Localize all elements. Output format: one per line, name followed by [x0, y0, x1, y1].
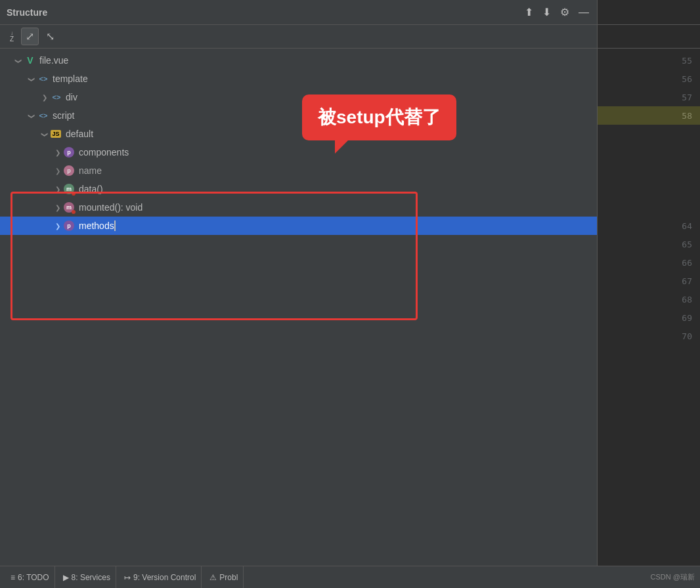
tree-item-template[interactable]: <> template — [0, 70, 597, 88]
tag-script-icon: <> — [37, 112, 50, 119]
panel-header: Structure ⬆ ⬇ ⚙ — — [0, 0, 597, 25]
settings-icon[interactable]: ⚙ — [559, 5, 571, 20]
tree-item-data[interactable]: m data() — [0, 180, 597, 198]
sort-alpha-button[interactable]: ↓Z — [5, 28, 18, 45]
chevron-file-vue — [13, 57, 24, 64]
watermark: CSDN @瑞新 — [651, 572, 695, 582]
line-numbers-content: 55 56 57 58 64 65 66 67 68 69 70 — [598, 49, 700, 566]
tree-content: 被setup代替了 V file.vue <> template — [0, 49, 597, 566]
div-label: div — [66, 92, 77, 102]
version-control-label: 9: Version Control — [133, 573, 196, 582]
tree-item-default[interactable]: JS default — [0, 125, 597, 143]
components-label: components — [79, 147, 129, 158]
name-label: name — [79, 165, 102, 176]
tag-div-icon: <> — [50, 93, 63, 101]
line-68: 68 — [598, 290, 700, 308]
tree-item-div[interactable]: <> div — [0, 88, 597, 106]
header-icons: ⬆ ⬇ ⚙ — — [523, 5, 590, 20]
methods-label: methods — [79, 220, 114, 231]
line-59 — [598, 125, 700, 143]
chevron-name — [53, 167, 63, 175]
chevron-template — [26, 75, 37, 83]
chevron-methods — [53, 222, 63, 230]
structure-panel: Structure ⬆ ⬇ ⚙ — ↓Z ⤢ ⤡ — [0, 0, 598, 566]
version-control-icon: ↦ — [124, 573, 131, 582]
line-63 — [598, 198, 700, 217]
line-69: 69 — [598, 308, 700, 327]
data-label: data() — [79, 184, 103, 194]
problems-icon: ⚠ — [209, 573, 217, 582]
line-67: 67 — [598, 272, 700, 290]
statusbar-problems[interactable]: ⚠ Probl — [204, 566, 244, 588]
tag-template-icon: <> — [37, 75, 50, 83]
line-60 — [598, 143, 700, 161]
line-66: 66 — [598, 253, 700, 272]
p-badge-methods-icon: p — [63, 220, 76, 231]
line-70: 70 — [598, 327, 700, 345]
toolbar: ↓Z ⤢ ⤡ — [0, 25, 597, 49]
line-61 — [598, 161, 700, 180]
sort-down-icon[interactable]: ⬇ — [541, 5, 552, 20]
default-label: default — [66, 129, 93, 139]
file-vue-label: file.vue — [39, 55, 68, 66]
statusbar-services[interactable]: ▶ 8: Services — [58, 566, 116, 588]
chevron-default — [39, 131, 50, 138]
services-icon: ▶ — [63, 573, 69, 582]
text-cursor — [114, 220, 116, 231]
line-numbers-panel: 55 56 57 58 64 65 66 67 68 69 70 — [598, 0, 700, 566]
line-62 — [598, 180, 700, 198]
todo-icon: ≡ — [11, 573, 15, 582]
tree-item-script[interactable]: <> script — [0, 106, 597, 125]
mounted-label: mounted(): void — [79, 202, 142, 213]
collapse-all-button[interactable]: ⤡ — [41, 28, 59, 45]
chevron-components — [53, 149, 63, 156]
line-56: 56 — [598, 70, 700, 88]
p-badge-components-icon: p — [63, 147, 76, 158]
line-numbers-toolbar-space — [598, 25, 700, 49]
statusbar-version-control[interactable]: ↦ 9: Version Control — [119, 566, 202, 588]
services-label: 8: Services — [72, 573, 110, 582]
m-badge-mounted-icon: m — [63, 202, 76, 213]
tree-item-methods[interactable]: p methods — [0, 217, 597, 235]
tree-item-name[interactable]: p name — [0, 161, 597, 180]
chevron-data — [53, 186, 63, 193]
statusbar-todo[interactable]: ≡ 6: TODO — [5, 566, 55, 588]
line-64: 64 — [598, 217, 700, 235]
line-numbers-header-space — [598, 0, 700, 25]
problems-label: Probl — [219, 573, 238, 582]
line-55: 55 — [598, 51, 700, 70]
panel-title: Structure — [7, 7, 47, 18]
minimize-icon[interactable]: — — [577, 5, 590, 20]
line-58: 58 — [598, 106, 700, 125]
script-label: script — [53, 110, 74, 121]
chevron-script — [26, 112, 37, 119]
tree-item-mounted[interactable]: m mounted(): void — [0, 198, 597, 217]
template-label: template — [53, 74, 88, 84]
statusbar: ≡ 6: TODO ▶ 8: Services ↦ 9: Version Con… — [0, 566, 700, 588]
tree-item-components[interactable]: p components — [0, 143, 597, 161]
vue-icon: V — [24, 55, 37, 66]
line-57: 57 — [598, 88, 700, 106]
chevron-mounted — [53, 204, 63, 211]
m-badge-data-icon: m — [63, 184, 76, 194]
chevron-div — [39, 94, 50, 101]
todo-label: 6: TODO — [18, 573, 49, 582]
expand-all-button[interactable]: ⤢ — [21, 28, 39, 45]
p-badge-name-icon: p — [63, 165, 76, 176]
tree-item-file-vue[interactable]: V file.vue — [0, 51, 597, 70]
line-65: 65 — [598, 235, 700, 253]
callout-tooltip: 被setup代替了 — [302, 94, 456, 140]
sort-up-icon[interactable]: ⬆ — [523, 5, 535, 20]
js-default-icon: JS — [50, 130, 63, 138]
